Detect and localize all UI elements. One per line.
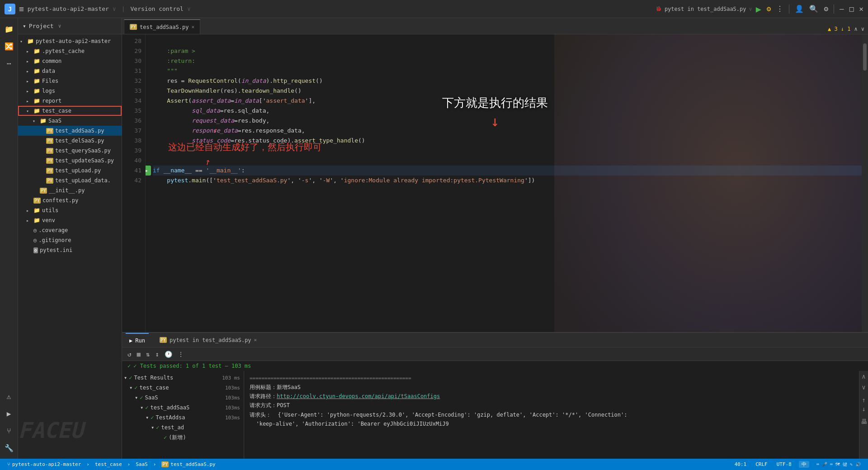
- ime-icons: ⌨ 🎤 ⌨ 🗺 键 ✎ 🔊: [815, 461, 863, 468]
- cursor-position[interactable]: 40:1: [733, 461, 749, 467]
- console-url-link[interactable]: http://coolv.ctyun-devops.com/api/api/tS…: [277, 393, 440, 399]
- minimize-button[interactable]: —: [840, 5, 844, 13]
- editor-area: PY test_addSaaS.py ✕ ▲ 3 ↓ 1 ∧ ∨ 28 29 3…: [122, 18, 868, 332]
- run-config-tab-close[interactable]: ✕: [254, 337, 257, 343]
- tree-item-pytest-cache[interactable]: ▸ 📁 .pytest_cache: [18, 46, 122, 56]
- maximize-button[interactable]: □: [849, 5, 854, 13]
- scroll-up-icon[interactable]: ∧: [862, 373, 865, 380]
- project-name[interactable]: pytest-auto-api2-master: [28, 5, 109, 12]
- sort-button[interactable]: ↕: [153, 350, 160, 359]
- project-tree: ▾ 📁 pytest-auto-api2-master ▸ 📁 .pytest_…: [18, 34, 122, 459]
- bottom-right-icons: ∧ ∨ ↑ ↓ 🖶: [859, 371, 868, 459]
- editor-tab-active[interactable]: PY test_addSaaS.py ✕: [124, 19, 200, 34]
- sidebar-icon-bottom[interactable]: 🔧: [2, 441, 16, 455]
- breadcrumb-test-case[interactable]: test_case: [93, 461, 124, 467]
- line-ending[interactable]: CRLF: [754, 461, 769, 467]
- ime-indicator[interactable]: 中: [799, 461, 809, 468]
- menu-icon[interactable]: ≡: [19, 4, 24, 14]
- encoding[interactable]: UTF-8: [775, 461, 793, 467]
- tab-bar: PY test_addSaaS.py ✕ ▲ 3 ↓ 1 ∧ ∨: [122, 18, 868, 34]
- more-button[interactable]: ⋮: [776, 5, 783, 13]
- test-item-saas[interactable]: ▾ ✓ SaaS 103ms: [122, 393, 244, 403]
- sidebar-icon-git[interactable]: ⑂: [2, 423, 16, 438]
- sort-up-icon[interactable]: ↑: [862, 396, 865, 404]
- test-item-testaddsa[interactable]: ▾ ✓ TestAddsa 103ms: [122, 413, 244, 423]
- tree-item-coverage[interactable]: ◎ .coverage: [18, 225, 122, 235]
- tree-item-pytest-ini[interactable]: ⚙ pytest.ini: [18, 245, 122, 255]
- code-line-34: Assert(assert_data=in_data['assert_data'…: [153, 96, 862, 106]
- search-icon[interactable]: 🔍: [809, 5, 818, 13]
- scroll-down-icon[interactable]: ∨: [862, 384, 865, 391]
- test-item-addsaas[interactable]: ▾ ✓ test_addSaaS 103ms: [122, 403, 244, 413]
- test-results-header[interactable]: ▾ ✓ Test Results 103 ms: [122, 373, 244, 383]
- tree-item-common[interactable]: ▸ 📁 common: [18, 56, 122, 66]
- pass-check-icon: ✓: [127, 363, 131, 369]
- breadcrumb-file[interactable]: PY test_addSaaS.py: [160, 461, 217, 467]
- run-tab-icon: ▶: [129, 337, 132, 344]
- project-panel-header[interactable]: ▾ Project ∨: [18, 18, 122, 34]
- rerun-button[interactable]: ↺: [126, 350, 133, 359]
- sidebar-icon-problems[interactable]: ⚠: [2, 389, 16, 404]
- run-line-button[interactable]: ▶: [146, 166, 151, 176]
- tree-item-utils[interactable]: ▸ 📁 utils: [18, 205, 122, 215]
- print-icon[interactable]: 🖶: [861, 418, 867, 425]
- tree-item-files[interactable]: ▸ 📁 Files: [18, 76, 122, 86]
- console-output: ========================================…: [244, 371, 859, 459]
- run-tab[interactable]: ▶ Run: [126, 333, 149, 347]
- scrollbar-thumb[interactable]: [863, 43, 867, 71]
- test-results-check: ✓: [129, 375, 132, 381]
- tree-item-root[interactable]: ▾ 📁 pytest-auto-api2-master: [18, 36, 122, 46]
- tree-item-conftest[interactable]: PY conftest.py: [18, 195, 122, 205]
- filter-button[interactable]: ⇅: [144, 350, 151, 359]
- stop-button[interactable]: ■: [135, 350, 142, 359]
- tree-item-saas[interactable]: ▾ 📁 SaaS: [18, 116, 122, 126]
- version-control[interactable]: Version control: [131, 5, 184, 12]
- test-item-testad[interactable]: ▾ ✓ test_ad: [122, 423, 244, 432]
- sidebar-icon-more[interactable]: ⋯: [2, 56, 16, 71]
- test-item-xinjian[interactable]: ✓ (新增): [122, 432, 244, 442]
- tree-item-test-querysaas[interactable]: PY test_querySaaS.py: [18, 146, 122, 156]
- testad-label: test_ad: [161, 424, 184, 431]
- breadcrumb-saas[interactable]: SaaS: [134, 461, 150, 467]
- tree-item-test-upload-data[interactable]: PY test_upLoad_data.: [18, 176, 122, 185]
- left-sidebar-icons: 📁 🔀 ⋯ ⚠ ▶ ⑂ 🔧: [0, 18, 18, 459]
- tree-item-data[interactable]: ▸ 📁 data: [18, 66, 122, 76]
- run-config-tab[interactable]: PY pytest in test_addSaaS.py ✕: [156, 333, 260, 347]
- tree-item-gitignore[interactable]: ◎ .gitignore: [18, 235, 122, 245]
- code-line-38: status_code=res.status_code).assert_type…: [153, 136, 862, 146]
- vcs-icon: ⑂: [7, 461, 10, 467]
- settings-icon[interactable]: ⚙: [824, 5, 828, 13]
- code-content: 28 29 30 31 32 33 34 35 36 37 38 39 40 4…: [122, 34, 868, 332]
- tree-item-logs[interactable]: ▸ 📁 logs: [18, 86, 122, 96]
- collapse-icon[interactable]: ∨: [861, 26, 864, 32]
- tree-item-venv[interactable]: ▸ 📁 venv: [18, 215, 122, 225]
- tree-item-test-delsaas[interactable]: PY test_delSaaS.py: [18, 136, 122, 146]
- console-line-headers2: 'keep-alive', 'Authorization': 'Bearer e…: [250, 419, 854, 428]
- editor-scrollbar[interactable]: [862, 34, 868, 332]
- user-icon[interactable]: 👤: [795, 5, 804, 13]
- status-right: 40:1 CRLF UTF-8 中 ⌨ 🎤 ⌨ 🗺 键 ✎ 🔊: [733, 461, 863, 468]
- more-toolbar-button[interactable]: ⋮: [176, 350, 186, 359]
- test-item-test-case[interactable]: ▾ ✓ test_case 103ms: [122, 383, 244, 393]
- sidebar-icon-vcs[interactable]: 🔀: [2, 39, 16, 53]
- sidebar-icon-project[interactable]: 📁: [2, 22, 16, 36]
- testaddsa-label: TestAddsa: [156, 414, 185, 421]
- status-branch[interactable]: ⑂ pytest-auto-api2-master: [5, 461, 83, 467]
- debug-button[interactable]: ⚙: [767, 5, 771, 13]
- tree-item-report[interactable]: ▸ 📁 report: [18, 96, 122, 106]
- line-numbers: 28 29 30 31 32 33 34 35 36 37 38 39 40 4…: [122, 34, 146, 332]
- clock-button[interactable]: 🕐: [163, 350, 174, 359]
- tree-item-test-addsaas[interactable]: PY test_addSaaS.py: [18, 126, 122, 136]
- sort-down-icon[interactable]: ↓: [862, 405, 865, 413]
- tree-item-init[interactable]: PY __init__.py: [18, 185, 122, 195]
- tree-item-test-upload[interactable]: PY test_upLoad.py: [18, 166, 122, 176]
- expand-icon[interactable]: ∧: [854, 26, 858, 32]
- sidebar-icon-run[interactable]: ▶: [2, 406, 16, 421]
- run-button[interactable]: ▶: [756, 4, 761, 14]
- saas-check: ✓: [140, 394, 143, 401]
- tree-item-test-case[interactable]: ▾ 📁 test_case: [18, 106, 122, 116]
- bottom-toolbar: ↺ ■ ⇅ ↕ 🕐 ⋮: [122, 347, 868, 361]
- close-button[interactable]: ✕: [859, 5, 863, 13]
- code-line-28: [153, 36, 862, 46]
- tree-item-test-updatesaas[interactable]: PY test_updateSaaS.py: [18, 156, 122, 166]
